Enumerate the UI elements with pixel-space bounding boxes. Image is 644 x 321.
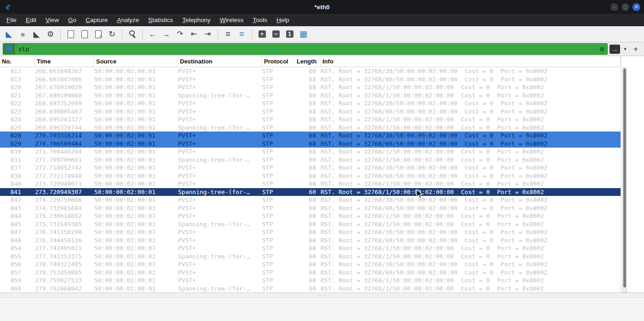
go-forward-icon[interactable]	[160, 28, 172, 40]
go-to-packet-icon[interactable]	[174, 28, 186, 40]
zoom-original-icon[interactable]	[283, 28, 296, 40]
maximize-button[interactable]: ▢	[621, 3, 629, 11]
capture-options-icon[interactable]	[44, 28, 57, 40]
pane-splitter[interactable]: ·····	[0, 292, 644, 298]
column-header-no[interactable]: No.	[0, 56, 35, 67]
menu-analyze[interactable]: Analyze	[112, 14, 144, 26]
cell-dst: PVST+	[178, 148, 262, 156]
reload-icon[interactable]	[106, 28, 118, 40]
menu-tools[interactable]: Tools	[248, 14, 272, 26]
filter-apply-button[interactable]	[610, 45, 620, 54]
close-button[interactable]: ✕	[632, 3, 640, 11]
packet-row-857[interactable]: 857278.75245088550:00:00:02:00:01PVST+ST…	[0, 269, 621, 277]
cell-src: 50:00:00:02:00:01	[94, 196, 178, 204]
cell-info: RST. Root = 32768/60/50:00:00:02:00:00 C…	[321, 204, 621, 212]
resize-columns-icon[interactable]	[297, 28, 310, 40]
cell-time: 273.720949307	[35, 188, 94, 196]
packet-row-842[interactable]: 842274.72975066650:00:00:02:00:01PVST+ST…	[0, 196, 621, 204]
cell-dst: PVST+	[178, 115, 262, 124]
filter-clear-icon[interactable]	[597, 45, 607, 53]
filter-bookmark-icon[interactable]	[3, 44, 15, 54]
packet-row-859[interactable]: 859279.75992753350:00:00:02:00:01PVST+ST…	[0, 276, 621, 285]
menubar: FileEditViewGoCaptureAnalyzeStatisticsTe…	[0, 14, 644, 26]
menu-statistics[interactable]: Statistics	[144, 14, 178, 26]
packet-row-829[interactable]: 829270.70650048450:00:00:02:00:01PVST+ST…	[0, 140, 621, 148]
packet-row-844[interactable]: 844275.73061869250:00:00:02:00:01PVST+ST…	[0, 212, 621, 220]
column-header-source[interactable]: Source	[94, 56, 178, 67]
close-file-icon[interactable]	[92, 28, 104, 40]
menu-file[interactable]: File	[2, 14, 21, 26]
save-file-icon[interactable]	[78, 28, 91, 40]
next-packet-icon[interactable]	[201, 28, 214, 40]
cell-time: 266.661648267	[35, 67, 94, 75]
packet-row-822[interactable]: 822268.68725204950:00:00:02:00:01PVST+ST…	[0, 99, 621, 108]
packet-row-828[interactable]: 828270.70331621450:00:00:02:00:01PVST+ST…	[0, 132, 621, 140]
packet-row-831[interactable]: 831271.70970060150:00:00:02:00:01Spannin…	[0, 156, 621, 164]
packet-row-838[interactable]: 838272.72217494850:00:00:02:00:01PVST+ST…	[0, 172, 621, 180]
cell-proto: STP	[262, 220, 295, 229]
add-display-filter-button[interactable]	[630, 44, 641, 55]
packet-row-812[interactable]: 812266.66164826750:00:00:02:00:01PVST+ST…	[0, 67, 621, 75]
auto-scroll-icon[interactable]	[222, 28, 234, 40]
packet-row-841[interactable]: 841273.72094930750:00:00:02:00:01Spannin…	[0, 188, 621, 196]
menu-help[interactable]: Help	[272, 14, 294, 26]
column-header-length[interactable]: Length	[295, 56, 321, 67]
packet-row-845[interactable]: 845275.73154936550:00:00:02:00:01Spannin…	[0, 220, 621, 229]
menu-edit[interactable]: Edit	[21, 14, 41, 26]
packet-row-830[interactable]: 830271.70844620450:00:00:02:00:01PVST+ST…	[0, 148, 621, 156]
minimize-button[interactable]: –	[610, 3, 618, 11]
column-header-time[interactable]: Time	[35, 56, 94, 67]
menu-view[interactable]: View	[41, 14, 63, 26]
scrollbar-handle[interactable]	[623, 69, 626, 287]
cell-info: RST. Root = 32768/1/50:00:00:02:00:00 Co…	[321, 285, 621, 293]
column-header-protocol[interactable]: Protocol	[262, 56, 295, 67]
menu-go[interactable]: Go	[63, 14, 81, 26]
cell-dst: PVST+	[178, 83, 262, 92]
zoom-out-icon[interactable]	[270, 28, 282, 40]
vertical-scrollbar[interactable]	[622, 67, 627, 292]
filter-value[interactable]: stp	[15, 46, 597, 52]
cell-src: 50:00:00:02:00:01	[94, 172, 178, 180]
cell-time: 277.742405021	[35, 244, 94, 252]
zoom-in-icon[interactable]	[256, 28, 268, 40]
cell-proto: STP	[262, 67, 295, 75]
cell-src: 50:00:00:02:00:01	[94, 99, 178, 108]
previous-packet-icon[interactable]	[188, 28, 200, 40]
cell-src: 50:00:00:02:00:01	[94, 212, 178, 220]
packet-row-823[interactable]: 823268.69080546750:00:00:02:00:01PVST+ST…	[0, 108, 621, 116]
stop-capture-icon[interactable]	[17, 28, 29, 40]
menu-telephony[interactable]: Telephony	[178, 14, 215, 26]
packet-row-847[interactable]: 847276.74115829850:00:00:02:00:01PVST+ST…	[0, 228, 621, 236]
packet-row-848[interactable]: 848276.74445611650:00:00:02:00:01PVST+ST…	[0, 236, 621, 245]
packet-row-860[interactable]: 860279.76266884250:00:00:02:00:01Spannin…	[0, 285, 621, 293]
start-capture-icon[interactable]	[3, 28, 15, 40]
filter-dropdown-icon[interactable]	[622, 46, 628, 52]
cell-proto: STP	[262, 228, 295, 236]
packet-row-843[interactable]: 843274.73298568450:00:00:02:00:01PVST+ST…	[0, 204, 621, 212]
packet-row-837[interactable]: 837272.71895274250:00:00:02:00:01PVST+ST…	[0, 164, 621, 172]
cell-no: 844	[0, 212, 35, 220]
packet-row-825[interactable]: 825269.69632874450:00:00:02:00:01Spannin…	[0, 124, 621, 132]
open-file-icon[interactable]	[64, 28, 77, 40]
column-header-info[interactable]: Info	[321, 56, 621, 67]
packet-row-840[interactable]: 840273.72094907150:00:00:02:00:01PVST+ST…	[0, 180, 621, 188]
cell-len: 68	[295, 164, 321, 172]
display-filter-input[interactable]: stp	[3, 43, 608, 55]
cell-info: RST. Root = 32768/30/50:00:00:02:00:00 C…	[321, 228, 621, 236]
packet-row-856[interactable]: 856278.74932249550:00:00:02:00:01PVST+ST…	[0, 260, 621, 269]
cell-no: 859	[0, 276, 35, 285]
packet-row-854[interactable]: 854277.74240502150:00:00:02:00:01PVST+ST…	[0, 244, 621, 252]
packet-row-813[interactable]: 813266.66784708650:00:00:02:00:01PVST+ST…	[0, 75, 621, 84]
restart-capture-icon[interactable]	[30, 28, 43, 40]
packet-row-820[interactable]: 820267.67691002950:00:00:02:00:01PVST+ST…	[0, 83, 621, 92]
find-packet-icon[interactable]	[126, 28, 138, 40]
packet-row-821[interactable]: 821267.68010988850:00:00:02:00:01Spannin…	[0, 92, 621, 100]
go-back-icon[interactable]	[146, 28, 159, 40]
packet-row-824[interactable]: 824269.69524132750:00:00:02:00:01PVST+ST…	[0, 115, 621, 124]
colorize-icon[interactable]	[236, 28, 248, 40]
cell-len: 68	[295, 276, 321, 285]
menu-capture[interactable]: Capture	[81, 14, 112, 26]
packet-row-855[interactable]: 855277.74335237550:00:00:02:00:01Spannin…	[0, 252, 621, 261]
column-header-destination[interactable]: Destination	[178, 56, 262, 67]
menu-wireless[interactable]: Wireless	[215, 14, 248, 26]
